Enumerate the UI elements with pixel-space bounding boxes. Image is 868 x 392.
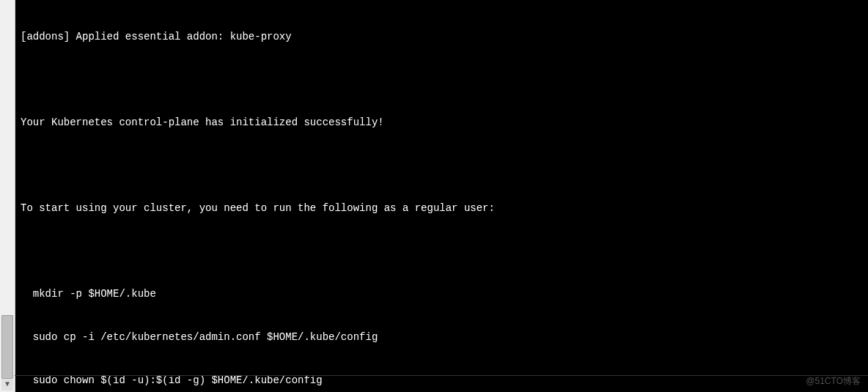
terminal-line: [addons] Applied essential addon: kube-p…: [21, 30, 865, 45]
terminal-line: [21, 73, 865, 87]
watermark-text: @51CTO博客: [806, 375, 861, 388]
terminal-line: To start using your cluster, you need to…: [21, 201, 865, 216]
divider: [15, 375, 868, 376]
terminal-line: sudo cp -i /etc/kubernetes/admin.conf $H…: [21, 330, 865, 345]
scroll-down-arrow[interactable]: ▼: [1, 379, 13, 391]
vertical-scrollbar[interactable]: ▼: [0, 0, 15, 392]
scrollbar-thumb[interactable]: [1, 315, 13, 379]
terminal-line: Your Kubernetes control-plane has initia…: [21, 116, 865, 130]
terminal-line: [21, 245, 865, 259]
terminal-line: mkdir -p $HOME/.kube: [21, 287, 865, 302]
terminal-output[interactable]: [addons] Applied essential addon: kube-p…: [0, 0, 868, 392]
terminal-line: [21, 159, 865, 173]
